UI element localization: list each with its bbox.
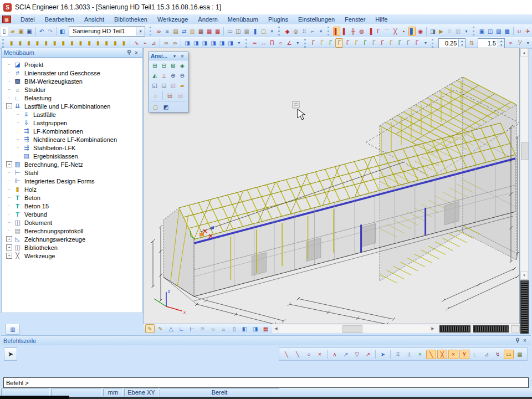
c-yellow-icon[interactable]: ▢ xyxy=(151,103,160,111)
tree-item-zeichnungswerkzeuge[interactable]: +◺Zeichnungswerkzeuge xyxy=(2,235,142,243)
collapse-icon[interactable]: − xyxy=(6,103,12,109)
s-cursor-icon[interactable]: ➤ xyxy=(378,350,388,359)
toolbar-grip[interactable] xyxy=(432,39,435,48)
win1-icon[interactable]: ◧ xyxy=(240,324,249,333)
s-orto-icon[interactable]: ∟ xyxy=(470,350,480,359)
expand-icon[interactable]: + xyxy=(6,244,12,250)
tree-item-beton-15[interactable]: ╌TBeton 15 xyxy=(2,202,142,210)
horizontal-scrollbar[interactable] xyxy=(280,325,429,332)
tree-item-lastf-lle-und-lf-kombinationen[interactable]: −⇊Lastfälle und LF-Kombinationen xyxy=(2,102,142,110)
target-red-icon[interactable]: ◉ xyxy=(417,27,424,36)
beam-zero-icon[interactable]: ▋ xyxy=(408,27,416,36)
beam-b-icon[interactable]: ▐ xyxy=(366,27,374,36)
zoom-out-icon[interactable]: ⊖ xyxy=(178,71,187,80)
f67-icon[interactable]: 𝟞 xyxy=(446,27,453,36)
updown-icon[interactable]: ⇅ xyxy=(468,38,475,48)
pair5-icon[interactable]: ◨ xyxy=(218,38,226,48)
angle-red-icon[interactable]: ∠ xyxy=(285,38,293,48)
expand-icon[interactable]: + xyxy=(6,161,12,167)
tree-item-verbund[interactable]: ╌TVerbund xyxy=(2,210,142,218)
f7-icon[interactable]: Γ xyxy=(361,38,369,48)
view-axo-icon[interactable]: ◈ xyxy=(178,61,187,70)
s-ang2-icon[interactable]: ↗ xyxy=(341,350,351,359)
tree-item-linienraster-und-geschosse[interactable]: ╌#Linienraster und Geschosse xyxy=(2,69,142,77)
beam-red-icon[interactable]: ▌ xyxy=(341,27,349,36)
tree-item-nichtlineare-lf-kombinationen[interactable]: ╌⇶Nichtlineare LF-Kombinationen xyxy=(2,135,142,144)
open-folder-icon[interactable]: ▰ xyxy=(9,27,16,36)
bulb-icon[interactable]: ☼ xyxy=(151,91,160,100)
clip-box-icon[interactable]: ▰ xyxy=(178,81,187,90)
toolbar-overflow-icon[interactable]: ▼ xyxy=(526,41,530,45)
pair2-icon[interactable]: ◨ xyxy=(192,38,200,48)
m-i1-icon[interactable]: ▮ xyxy=(77,38,85,48)
selection-cursor-button[interactable]: ➤ xyxy=(4,347,17,361)
view-z-icon[interactable]: ⊠ xyxy=(169,61,177,70)
menu-item-datei[interactable]: Datei xyxy=(16,15,40,24)
f12-icon[interactable]: Γ xyxy=(405,38,412,48)
pin-icon[interactable] xyxy=(125,49,132,57)
mdi-window-icon[interactable]: ◧ xyxy=(59,27,66,36)
s-calc-icon[interactable]: ▦ xyxy=(515,350,525,359)
tree-item-stahlbeton-lfk[interactable]: ╌⇶Stahlbeton-LFK xyxy=(2,144,142,152)
s-cross-icon[interactable]: × xyxy=(448,350,458,359)
menu-item-einstellungen[interactable]: Einstellungen xyxy=(293,15,340,24)
table-red2-icon[interactable]: ▦ xyxy=(214,27,221,36)
beam-x-icon[interactable]: ╳ xyxy=(392,27,399,36)
view-x-icon[interactable]: ⊞ xyxy=(151,61,159,70)
render-icon[interactable]: ☼ xyxy=(208,324,218,333)
toolbar-grip[interactable] xyxy=(2,39,6,48)
menubaum-tab[interactable]: ▥ xyxy=(6,324,20,335)
tree-item-projekt[interactable]: ╌◪Projekt xyxy=(2,60,142,69)
f9-icon[interactable]: Γ xyxy=(378,38,386,48)
circle-red-icon[interactable]: ○ xyxy=(277,38,285,48)
s-ang4-icon[interactable]: ↗ xyxy=(363,350,373,359)
m-join-icon[interactable]: ▮ xyxy=(103,38,111,48)
copy3-icon[interactable]: ▨ xyxy=(495,27,502,36)
scroll-right-icon[interactable]: ▶ xyxy=(429,325,437,332)
copy4-icon[interactable]: ▩ xyxy=(503,27,510,36)
tree-item-berechnungsprotokoll[interactable]: ╌▤Berechnungsprotokoll xyxy=(2,227,142,235)
close-icon[interactable]: × xyxy=(132,49,140,57)
s-line2-icon[interactable]: ╲ xyxy=(293,350,303,359)
win2-icon[interactable]: ◨ xyxy=(250,324,260,333)
toolbar-grip[interactable] xyxy=(473,27,476,35)
pic2-icon[interactable]: ▤ xyxy=(176,91,185,100)
s-p2-icon[interactable]: ⊿ xyxy=(482,350,492,359)
toolbar-grip[interactable] xyxy=(278,27,282,35)
m-x1-icon[interactable]: ▮ xyxy=(68,38,76,48)
printer-icon[interactable]: ▭ xyxy=(226,27,233,36)
s-line1-icon[interactable]: ╲ xyxy=(282,350,291,359)
oo1-icon[interactable]: ∞ xyxy=(162,38,170,48)
load-mini-icon[interactable]: ∟ xyxy=(177,324,186,333)
m-vert-icon[interactable]: ▮ xyxy=(51,38,59,48)
s-end-icon[interactable]: ╲ xyxy=(426,350,436,359)
pin-icon[interactable] xyxy=(513,337,521,344)
m-two-icon[interactable]: ▮ xyxy=(60,38,68,48)
monitor-sel-icon[interactable]: ◨ xyxy=(429,27,436,36)
load-s-icon[interactable]: ⊿ xyxy=(150,38,158,48)
menu-item-hilfe[interactable]: Hilfe xyxy=(370,15,392,24)
m-col1-icon[interactable]: ▮ xyxy=(8,38,16,48)
toolbar-overflow-icon[interactable]: ▼ xyxy=(296,41,300,45)
toolbar-overflow-icon[interactable]: ▼ xyxy=(270,29,274,33)
zoom-sel-icon[interactable]: ◰ xyxy=(169,81,177,90)
window-grip-2[interactable] xyxy=(473,325,509,332)
tree-item-belastung[interactable]: ╌∟Belastung xyxy=(2,94,142,102)
tree-item-lf-kombinationen[interactable]: ╌⇶LF-Kombinationen xyxy=(2,127,142,135)
layers-icon[interactable]: ≡ xyxy=(163,27,171,36)
pen1-icon[interactable]: ✎ xyxy=(145,324,155,333)
menu-item-menbaum[interactable]: Menübaum xyxy=(223,15,263,24)
f11-icon[interactable]: Γ xyxy=(396,38,404,48)
cube3d-icon[interactable]: ◩ xyxy=(161,103,171,111)
m-pair-icon[interactable]: ▮ xyxy=(120,38,128,48)
wave-red-icon[interactable]: ≈ xyxy=(507,38,515,48)
zoom-factor-spinner[interactable]: 0.25▲▼ xyxy=(438,38,466,48)
scroll-thumb[interactable] xyxy=(342,325,362,333)
load-c-icon[interactable]: ∿ xyxy=(132,38,140,48)
m-star-icon[interactable]: ▮ xyxy=(111,38,119,48)
expand-icon[interactable]: + xyxy=(6,236,12,242)
menu-item-ansicht[interactable]: Ansicht xyxy=(79,15,109,24)
doc-note-icon[interactable]: ▢ xyxy=(260,27,267,36)
doc-blue-icon[interactable]: ❚ xyxy=(252,27,259,36)
doc-mini-icon[interactable]: ▯ xyxy=(229,324,239,333)
